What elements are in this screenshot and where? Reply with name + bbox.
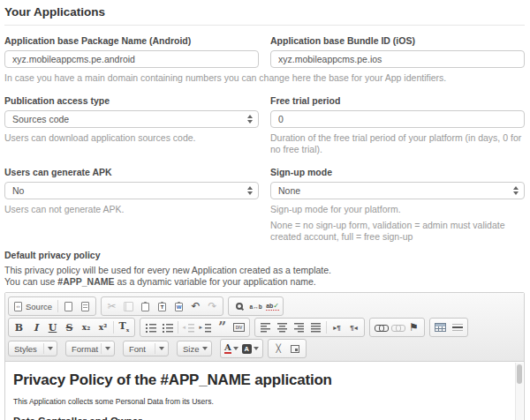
numbered-list-button[interactable] bbox=[142, 319, 159, 335]
privacy-help1: This privacy policy will be used for eve… bbox=[4, 265, 525, 276]
copy-icon bbox=[124, 302, 133, 311]
horizontal-rule-button[interactable] bbox=[449, 319, 466, 335]
editor-content[interactable]: Privacy Policy of the #APP_NAME applicat… bbox=[5, 362, 524, 420]
size-dropdown[interactable]: Size bbox=[177, 341, 212, 356]
find-button[interactable] bbox=[231, 298, 247, 314]
preview-button[interactable] bbox=[77, 298, 94, 314]
italic-button[interactable]: I bbox=[27, 319, 44, 335]
spell-check-icon: ab✓ bbox=[266, 303, 279, 311]
settings-page: Your Applications Application base Packa… bbox=[0, 0, 530, 420]
toolbar-separator bbox=[113, 321, 114, 334]
new-page-icon bbox=[64, 302, 72, 311]
publication-access-select[interactable]: Sources code bbox=[4, 110, 259, 128]
rich-text-editor: ‹› Source ✂ T W ↶ ↷ bbox=[4, 292, 525, 420]
underline-button[interactable]: U bbox=[44, 319, 61, 335]
bundle-id-input[interactable] bbox=[270, 50, 525, 68]
blockquote-icon: ” bbox=[218, 325, 226, 330]
package-name-input[interactable] bbox=[4, 50, 259, 68]
create-div-icon: DIV bbox=[233, 323, 245, 332]
align-left-button[interactable] bbox=[257, 319, 274, 335]
bulleted-list-button[interactable] bbox=[159, 319, 176, 335]
signup-mode-select[interactable]: None bbox=[270, 182, 525, 199]
strikethrough-button[interactable]: S bbox=[61, 319, 78, 335]
align-center-button[interactable] bbox=[274, 319, 291, 335]
publication-access-label: Publication access type bbox=[4, 95, 259, 106]
background-color-button[interactable]: A bbox=[240, 341, 261, 356]
format-dropdown[interactable]: Format bbox=[65, 341, 115, 356]
font-dropdown[interactable]: Font bbox=[123, 341, 169, 356]
preview-icon bbox=[81, 302, 89, 311]
decrease-indent-button: ◂ bbox=[180, 319, 197, 335]
privacy-policy-section1: Data Controller and Owner bbox=[13, 416, 508, 420]
privacy-policy-paragraph: This Application collects some Personal … bbox=[13, 397, 508, 406]
chevron-down-icon bbox=[233, 347, 238, 350]
signup-mode-value: None bbox=[278, 185, 300, 196]
new-page-button[interactable] bbox=[60, 298, 77, 314]
text-direction-ltr-icon: ▸¶ bbox=[333, 324, 340, 332]
field-signup-mode: Sign-up mode None Sign-up mode for your … bbox=[270, 167, 525, 243]
signup-mode-label: Sign-up mode bbox=[270, 167, 525, 177]
editor-scrollbar[interactable] bbox=[515, 363, 523, 420]
generate-apk-select[interactable]: No bbox=[4, 182, 259, 199]
bold-icon: B bbox=[15, 323, 23, 333]
blockquote-button[interactable]: ” bbox=[214, 319, 231, 335]
styles-dropdown[interactable]: Styles bbox=[8, 341, 57, 356]
source-icon: ‹› bbox=[14, 302, 22, 311]
text-direction-ltr-button[interactable]: ▸¶ bbox=[329, 319, 345, 335]
remove-format-icon: Tx bbox=[119, 321, 130, 333]
paste-icon bbox=[141, 303, 149, 311]
superscript-button[interactable]: x² bbox=[95, 319, 111, 335]
source-button[interactable]: ‹› Source bbox=[11, 298, 56, 314]
select-stepper-icon bbox=[513, 186, 519, 195]
field-bundle-id: Application base Bundle ID (iOS) bbox=[270, 35, 525, 68]
privacy-help2: You can use #APP_NAME as a dynamic varia… bbox=[4, 276, 525, 288]
strikethrough-icon: S bbox=[66, 323, 73, 333]
toolbar-row-2: B I U S x₂ x² Tx ◂ ▸ ” DIV bbox=[8, 318, 521, 337]
anchor-button[interactable]: ⚑ bbox=[405, 319, 422, 335]
align-center-icon bbox=[277, 323, 287, 333]
anchor-flag-icon: ⚑ bbox=[409, 322, 419, 333]
text-color-button[interactable]: A bbox=[223, 341, 240, 356]
chevron-down-icon bbox=[105, 347, 110, 350]
create-div-button[interactable]: DIV bbox=[231, 319, 247, 335]
redo-icon: ↷ bbox=[208, 301, 217, 311]
undo-icon: ↶ bbox=[192, 301, 201, 311]
replace-icon: a↔b bbox=[250, 304, 262, 310]
free-trial-input[interactable] bbox=[270, 110, 525, 128]
link-button[interactable] bbox=[372, 319, 389, 335]
toolbar-separator bbox=[326, 321, 327, 334]
maximize-button[interactable]: ╳ bbox=[270, 341, 287, 356]
editor-canvas: Privacy Policy of the #APP_NAME applicat… bbox=[5, 362, 524, 420]
maximize-icon: ╳ bbox=[276, 344, 281, 353]
align-right-icon bbox=[294, 323, 304, 333]
find-icon bbox=[236, 303, 243, 310]
align-right-button[interactable] bbox=[291, 319, 307, 335]
subscript-button[interactable]: x₂ bbox=[78, 319, 95, 335]
generate-apk-help: Users can not generate APK. bbox=[4, 204, 259, 215]
justify-button[interactable] bbox=[307, 319, 324, 335]
font-dropdown-label: Font bbox=[129, 344, 152, 354]
scrollbar-thumb[interactable] bbox=[517, 364, 522, 384]
insert-table-button[interactable] bbox=[432, 319, 449, 335]
remove-format-button[interactable]: Tx bbox=[116, 319, 132, 335]
replace-button[interactable]: a↔b bbox=[247, 298, 264, 314]
align-left-icon bbox=[261, 323, 270, 333]
text-direction-rtl-button[interactable]: ¶◂ bbox=[345, 319, 362, 335]
paste-button[interactable] bbox=[137, 298, 154, 314]
privacy-label: Default privacy policy bbox=[4, 250, 525, 260]
undo-button[interactable]: ↶ bbox=[187, 298, 204, 314]
select-stepper-icon bbox=[247, 115, 253, 124]
underline-icon: U bbox=[49, 323, 57, 333]
field-generate-apk: Users can generate APK No Users can not … bbox=[4, 167, 259, 243]
increase-indent-button[interactable]: ▸ bbox=[197, 319, 214, 335]
paste-from-word-button[interactable]: W bbox=[170, 298, 187, 314]
numbered-list-icon bbox=[145, 323, 156, 333]
bold-button[interactable]: B bbox=[11, 319, 27, 335]
select-stepper-icon bbox=[247, 186, 253, 195]
privacy-policy-heading: Privacy Policy of the #APP_NAME applicat… bbox=[13, 371, 508, 389]
show-blocks-icon bbox=[291, 345, 299, 353]
spell-check-button[interactable]: ab✓ bbox=[264, 298, 281, 314]
free-trial-help: Duration of the free trial period of you… bbox=[270, 132, 525, 155]
show-blocks-button[interactable] bbox=[287, 341, 304, 356]
paste-as-text-button[interactable]: T bbox=[154, 298, 170, 314]
